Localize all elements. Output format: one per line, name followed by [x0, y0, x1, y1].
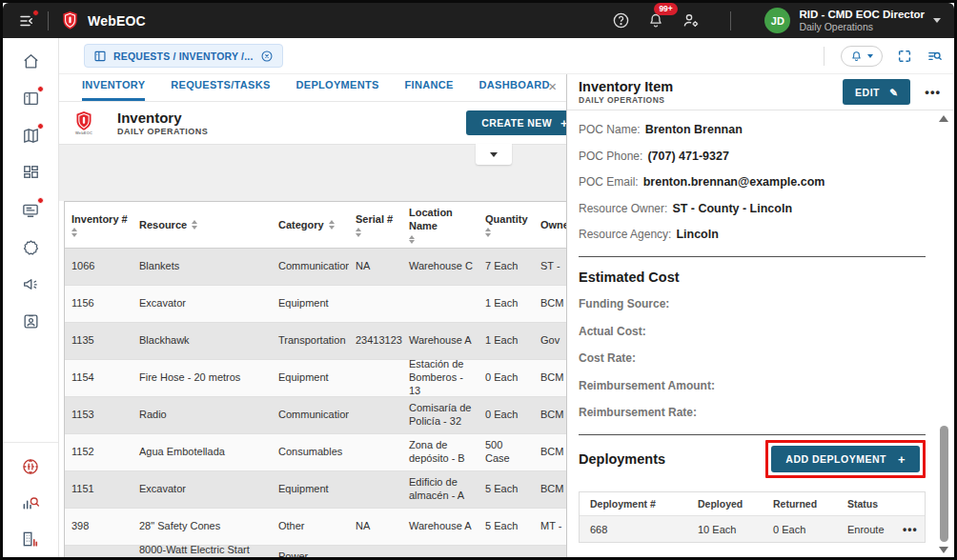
panel-scrollbar[interactable] [938, 115, 949, 553]
sort-icon [356, 228, 361, 237]
fullscreen-button[interactable] [897, 49, 912, 64]
sidebar-item-plugins[interactable] [20, 236, 41, 257]
edit-button-label: EDIT [855, 87, 880, 98]
user-admin-button[interactable] [682, 11, 701, 30]
panel-subtitle: DAILY OPERATIONS [579, 95, 673, 105]
column-header-quantity[interactable]: Quantity [478, 209, 534, 241]
dep-column-deployed: Deployed [687, 498, 763, 510]
table-row[interactable]: 1135BlackhawkTransportation23413123Wareh… [65, 323, 566, 360]
field-funding-source: Funding Source: [579, 297, 926, 310]
workspace-tab-label: REQUESTS / INVENTORY /... [113, 50, 254, 62]
table-row[interactable]: 1156ExcavatorEquipment1 EachBCM [65, 286, 566, 323]
inventory-table-body: 1066BlanketsCommunicationsNAWarehouse C7… [65, 249, 566, 557]
sidebar-item-analytics[interactable] [20, 492, 41, 513]
notifications-button[interactable]: 99+ [647, 11, 664, 30]
table-row[interactable]: 39828" Safety ConesOtherNAWarehouse A5 E… [65, 509, 566, 546]
user-menu[interactable]: JD RID - CMD EOC Director Daily Operatio… [764, 8, 941, 34]
list-search-icon [926, 49, 943, 64]
table-row[interactable]: 1066BlanketsCommunicationsNAWarehouse C7… [65, 249, 566, 286]
sidebar [3, 38, 59, 557]
add-deployment-button[interactable]: ADD DEPLOYMENT + [771, 446, 920, 472]
help-button[interactable] [612, 11, 630, 30]
deployment-actions-button[interactable]: ••• [903, 524, 926, 535]
table-row[interactable]: 1153RadioCommunicationsComisaría de Poli… [65, 397, 566, 434]
caret-down-icon [490, 152, 498, 157]
table-row[interactable]: 1152Agua EmbotelladaConsumablesZona de d… [65, 434, 566, 471]
column-header-owner[interactable]: Owner [534, 214, 566, 235]
panel-more-menu-button[interactable]: ••• [923, 84, 943, 100]
workspace-tabstrip: REQUESTS / INVENTORY /... [59, 38, 954, 74]
column-header-category[interactable]: Category [272, 214, 349, 235]
deployments-table: Deployment # Deployed Returned Status 66… [579, 491, 926, 543]
workspace-tab[interactable]: REQUESTS / INVENTORY /... [84, 44, 283, 68]
plus-icon: + [898, 453, 906, 466]
edit-button[interactable]: EDIT ✎ [843, 79, 910, 105]
sidebar-item-home[interactable] [20, 50, 41, 71]
panel-close-button[interactable]: × [548, 79, 557, 93]
building-chart-icon [21, 530, 40, 549]
create-new-label: CREATE NEW [481, 117, 552, 129]
tab-inventory[interactable]: INVENTORY [82, 79, 145, 101]
tab-requests-tasks[interactable]: REQUESTS/TASKS [171, 79, 270, 101]
boards-icon [22, 90, 40, 108]
scroll-down-arrow-icon[interactable] [939, 547, 948, 553]
sidebar-item-organization[interactable] [20, 529, 41, 550]
app-title: WebEOC [88, 13, 146, 29]
board-tabs: INVENTORY REQUESTS/TASKS DEPLOYMENTS FIN… [59, 74, 566, 102]
board-search-button[interactable] [926, 49, 943, 64]
field-resource-owner: Resource Owner:ST - County - Lincoln [579, 202, 926, 215]
sidebar-item-apps[interactable] [20, 162, 41, 183]
notification-settings-button[interactable] [841, 46, 883, 67]
field-poc-name: POC Name:Brenton Brennan [579, 123, 926, 136]
bell-icon [850, 50, 863, 63]
sidebar-item-contacts[interactable] [20, 310, 41, 331]
tab-finance[interactable]: FINANCE [405, 79, 454, 101]
dep-column-number: Deployment # [580, 498, 687, 510]
status-notification-dot [37, 197, 44, 204]
section-divider [579, 434, 926, 435]
deployment-row[interactable]: 668 10 Each 0 Each Enroute ••• [580, 516, 925, 542]
sidebar-item-status-board[interactable] [20, 199, 41, 220]
sort-icon [71, 228, 77, 237]
status-board-icon [21, 201, 40, 219]
topbar-divider [48, 11, 49, 30]
board-title: Inventory [117, 110, 208, 127]
sort-icon [409, 235, 415, 245]
avatar: JD [764, 8, 790, 33]
field-poc-email: POC Email:brenton.brennan@example.com [579, 175, 926, 189]
scroll-up-arrow-icon[interactable] [939, 115, 948, 122]
table-row[interactable]: 11008000-Watt Electric Start Gas Powered… [65, 546, 566, 557]
collapse-menu-button[interactable] [18, 12, 35, 30]
column-header-inventory-number[interactable]: Inventory # [65, 209, 132, 241]
field-resource-agency: Resource Agency:Lincoln [579, 228, 926, 241]
user-gear-icon [682, 11, 701, 30]
column-header-location[interactable]: Location Name [402, 202, 478, 248]
contact-card-icon [22, 312, 40, 330]
column-header-resource[interactable]: Resource [132, 214, 272, 235]
pencil-icon: ✎ [889, 87, 898, 98]
create-new-button[interactable]: CREATE NEW + [466, 110, 566, 135]
scrollbar-thumb[interactable] [940, 426, 948, 542]
tab-deployments[interactable]: DEPLOYMENTS [296, 79, 379, 101]
tab-dashboard[interactable]: DASHBOARD [479, 79, 550, 101]
sidebar-item-web[interactable] [20, 456, 41, 477]
detail-panel-body: POC Name:Brenton Brennan POC Phone:(707)… [567, 110, 954, 557]
table-row[interactable]: 1151ExcavatorEquipmentEdificio de almacé… [65, 471, 566, 509]
table-row[interactable]: 1154Fire Hose - 20 metrosEquipmentEstaci… [65, 360, 566, 397]
column-header-serial[interactable]: Serial # [349, 209, 402, 241]
notification-count-badge: 99+ [654, 3, 677, 15]
board-toolbar [59, 144, 566, 201]
topbar: WebEOC 99+ JD RID - CMD EOC Director Dai… [3, 3, 954, 38]
sidebar-item-maps[interactable] [20, 125, 41, 146]
close-circle-icon[interactable] [260, 50, 274, 63]
filter-expand-button[interactable] [476, 144, 512, 165]
map-icon [22, 127, 40, 145]
board-subtitle: DAILY OPERATIONS [117, 127, 208, 137]
board-area: INVENTORY REQUESTS/TASKS DEPLOYMENTS FIN… [59, 74, 566, 557]
plus-icon: + [560, 117, 566, 130]
sort-icon [329, 220, 335, 230]
tabstrip-divider [824, 47, 825, 66]
panel-title: Inventory Item [579, 79, 673, 95]
sidebar-item-alerts[interactable] [20, 273, 41, 294]
sidebar-item-boards[interactable] [20, 88, 41, 109]
